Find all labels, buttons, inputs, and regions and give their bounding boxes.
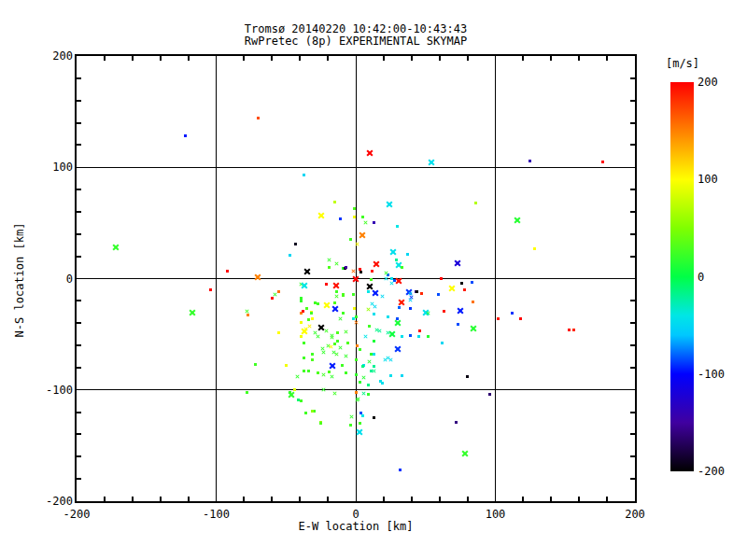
scatter-point: [300, 300, 303, 302]
scatter-point: [329, 344, 333, 349]
scatter-point: [386, 201, 393, 208]
scatter-point: [254, 363, 257, 366]
scatter-point: [361, 414, 364, 417]
scatter-point: [363, 334, 368, 339]
scatter-point: [367, 290, 370, 293]
scatter-point: [311, 317, 314, 320]
scatter-point: [389, 248, 397, 256]
scatter-point: [319, 422, 322, 425]
scatter-point: [305, 307, 308, 310]
scatter-point: [401, 374, 403, 377]
scatter-point: [389, 281, 394, 286]
scatter-point: [488, 393, 491, 396]
scatter-point: [394, 345, 402, 353]
colorbar-tick-label: 100: [698, 173, 742, 186]
scatter-point: [472, 301, 474, 303]
scatter-point: [399, 469, 402, 471]
scatter-point: [373, 260, 380, 268]
scatter-point: [302, 310, 304, 313]
scatter-point: [335, 290, 338, 293]
scatter-point: [314, 301, 317, 304]
scatter-point: [398, 299, 405, 306]
scatter-point: [345, 266, 347, 269]
scatter-point: [324, 329, 329, 333]
scatter-point: [323, 301, 331, 309]
scatter-point: [327, 258, 331, 262]
scatter-point: [388, 357, 393, 362]
scatter-point: [359, 422, 361, 425]
scatter-point: [409, 307, 412, 310]
scatter-point: [247, 314, 249, 316]
scatter-point: [303, 357, 305, 359]
scatter-point: [359, 348, 361, 351]
scatter-point: [359, 231, 366, 239]
scatter-point: [189, 309, 196, 316]
scatter-point: [271, 297, 274, 300]
scatter-point: [387, 315, 389, 318]
scatter-point: [289, 254, 291, 257]
scatter-point: [417, 335, 420, 338]
scatter-point: [303, 370, 305, 372]
scatter-point: [384, 271, 388, 275]
scatter-point: [355, 315, 358, 318]
scatter-point: [420, 292, 423, 295]
scatter-point: [389, 374, 392, 377]
scatter-point: [373, 304, 377, 309]
scatter-point: [361, 216, 364, 218]
scatter-point: [288, 391, 295, 399]
skymap-screenshot: { "title": { "line1": "Tromsø 20140220 1…: [0, 0, 747, 560]
scatter-point: [356, 344, 359, 347]
scatter-point: [345, 371, 347, 374]
scatter-point: [339, 217, 342, 220]
scatter-point: [342, 294, 345, 297]
scatter-point: [311, 353, 314, 356]
scatter-point: [349, 424, 352, 427]
scatter-point: [519, 317, 522, 320]
scatter-point: [330, 374, 334, 379]
scatter-point: [373, 221, 375, 224]
scatter-point: [370, 353, 373, 356]
scatter-point: [384, 276, 388, 281]
scatter-point: [333, 301, 336, 304]
scatter-point: [333, 201, 336, 203]
scatter-point: [277, 331, 280, 334]
scatter-point: [342, 312, 345, 315]
scatter-point: [401, 266, 403, 269]
scatter-point: [366, 149, 374, 157]
scatter-point: [418, 329, 421, 332]
scatter-point: [373, 365, 375, 368]
scatter-point: [529, 160, 531, 162]
scatter-point: [300, 399, 303, 402]
scatter-point: [601, 161, 604, 163]
scatter-point: [294, 243, 297, 245]
scatter-point: [377, 329, 382, 333]
scatter-point: [303, 342, 305, 344]
scatter-point: [355, 373, 358, 376]
colorbar-tick-label: -100: [698, 368, 742, 381]
scatter-point: [470, 325, 477, 332]
scatter-point: [328, 266, 331, 269]
scatter-point: [332, 391, 337, 396]
scatter-point: [373, 340, 375, 343]
scatter-point: [426, 311, 430, 315]
scatter-point: [386, 330, 390, 335]
scatter-point: [303, 174, 305, 176]
scatter-point: [396, 317, 399, 320]
scatter-point: [395, 277, 402, 285]
scatter-point: [441, 342, 444, 344]
scatter-point: [363, 220, 368, 225]
scatter-point: [568, 329, 571, 331]
scatter-point: [300, 335, 303, 338]
scatter-point: [245, 309, 249, 314]
scatter-point: [409, 295, 414, 300]
scatter-point: [428, 159, 435, 166]
scatter-point: [406, 253, 409, 256]
scatter-point: [373, 416, 375, 419]
scatter-point: [112, 244, 120, 251]
scatter-point: [367, 359, 372, 364]
scatter-point: [379, 380, 382, 383]
scatter-point: [349, 238, 352, 241]
scatter-point: [336, 340, 339, 343]
scatter-point: [307, 324, 312, 329]
scatter-point: [454, 259, 461, 267]
